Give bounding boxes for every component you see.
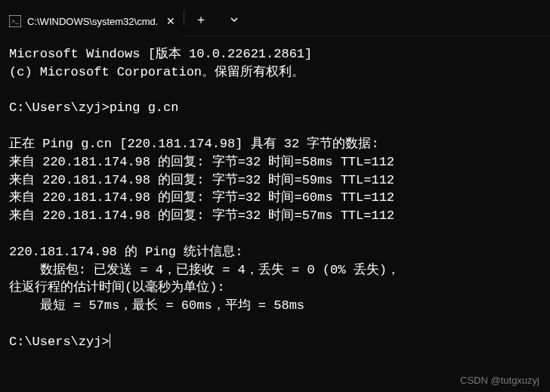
ping-reply: 来自 220.181.174.98 的回复: 字节=32 时间=60ms TTL… [9, 190, 394, 205]
watermark: CSDN @tutgxuzyj [460, 375, 539, 386]
tab-close-button[interactable]: ✕ [164, 14, 178, 28]
packets-line: 数据包: 已发送 = 4，已接收 = 4，丢失 = 0 (0% 丢失)， [9, 263, 400, 277]
tab-title: C:\WINDOWS\system32\cmd. [27, 16, 158, 27]
cursor [110, 334, 111, 348]
new-tab-button[interactable]: ＋ [184, 5, 218, 35]
stats-header: 220.181.174.98 的 Ping 统计信息: [9, 245, 243, 259]
prompt: C:\Users\zyj> [9, 100, 110, 115]
tab-dropdown-button[interactable] [218, 5, 251, 35]
cmd-icon: >_ [9, 15, 21, 27]
prompt: C:\Users\zyj> [9, 335, 110, 349]
terminal-output[interactable]: Microsoft Windows [版本 10.0.22621.2861] (… [0, 36, 550, 351]
svg-text:>_: >_ [11, 17, 19, 25]
rtt-header: 往返行程的估计时间(以毫秒为单位): [9, 280, 225, 295]
ping-header: 正在 Ping g.cn [220.181.174.98] 具有 32 字节的数… [9, 137, 379, 151]
copyright-line: (c) Microsoft Corporation。保留所有权利。 [9, 65, 304, 79]
command-text: ping g.cn [110, 100, 179, 115]
tab-cmd[interactable]: >_ C:\WINDOWS\system32\cmd. ✕ [0, 6, 184, 36]
ping-reply: 来自 220.181.174.98 的回复: 字节=32 时间=57ms TTL… [9, 208, 394, 223]
ping-reply: 来自 220.181.174.98 的回复: 字节=32 时间=58ms TTL… [9, 155, 394, 169]
rtt-values: 最短 = 57ms，最长 = 60ms，平均 = 58ms [9, 298, 304, 313]
titlebar-actions: ＋ [184, 0, 251, 36]
ping-reply: 来自 220.181.174.98 的回复: 字节=32 时间=59ms TTL… [9, 173, 394, 187]
window-titlebar: >_ C:\WINDOWS\system32\cmd. ✕ ＋ [0, 0, 550, 36]
version-line: Microsoft Windows [版本 10.0.22621.2861] [9, 47, 312, 61]
chevron-down-icon [230, 15, 239, 24]
